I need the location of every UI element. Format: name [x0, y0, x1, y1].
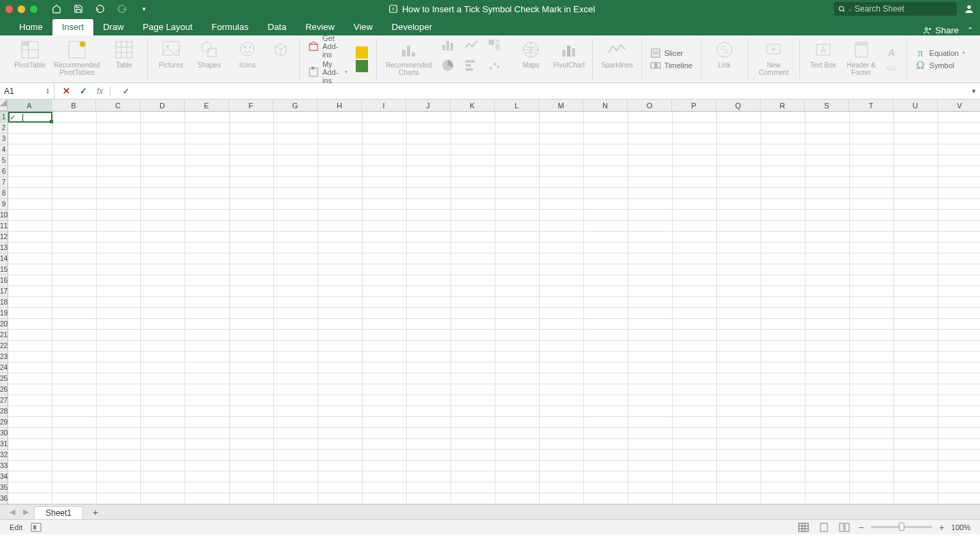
formula-input[interactable]: ✓ [119, 87, 968, 96]
cell[interactable] [52, 264, 97, 275]
cell[interactable] [363, 406, 407, 416]
cell[interactable] [495, 461, 540, 471]
cell[interactable] [938, 482, 980, 493]
cell[interactable] [761, 450, 806, 460]
cell[interactable] [407, 384, 451, 395]
column-header[interactable]: N [583, 99, 628, 111]
cell[interactable] [850, 155, 894, 166]
search-sheet-box[interactable]: ⌵ Search Sheet [834, 2, 957, 16]
column-header[interactable]: R [761, 99, 805, 111]
cell[interactable] [673, 439, 717, 449]
cell[interactable] [185, 352, 230, 362]
cell[interactable] [363, 232, 407, 242]
sparklines-button[interactable]: Sparklines [601, 38, 633, 69]
cell[interactable] [673, 308, 717, 318]
cell[interactable] [318, 243, 363, 253]
column-header[interactable]: H [318, 99, 362, 111]
cell[interactable] [628, 330, 673, 340]
cell[interactable] [806, 123, 850, 133]
cell[interactable] [717, 330, 761, 340]
cell[interactable] [584, 428, 628, 438]
cell[interactable] [673, 232, 717, 242]
cell[interactable] [850, 144, 894, 155]
cell[interactable] [52, 406, 97, 416]
cell[interactable] [318, 177, 363, 187]
cell[interactable] [185, 221, 230, 231]
cell[interactable] [97, 144, 141, 155]
cell[interactable] [141, 177, 185, 187]
cell[interactable] [8, 275, 52, 285]
row-header[interactable]: 16 [0, 275, 8, 286]
cell[interactable] [230, 123, 274, 133]
cell[interactable] [540, 144, 584, 155]
column-header[interactable]: C [96, 99, 140, 111]
cell[interactable] [894, 264, 938, 275]
cell[interactable] [52, 384, 97, 395]
cell[interactable] [938, 450, 980, 460]
cell[interactable] [318, 112, 363, 122]
cell[interactable] [850, 461, 894, 471]
cell[interactable] [185, 450, 230, 460]
row-header[interactable]: 23 [0, 352, 8, 362]
cell[interactable] [717, 275, 761, 285]
cell[interactable] [141, 308, 185, 318]
cell[interactable] [761, 461, 806, 471]
cell[interactable] [451, 395, 495, 405]
my-addins-button[interactable]: My Add-ins ▾ [308, 60, 348, 84]
cell[interactable] [938, 341, 980, 351]
cell[interactable] [363, 177, 407, 187]
cell[interactable] [97, 461, 141, 471]
cell[interactable] [451, 472, 495, 482]
cell[interactable] [806, 308, 850, 318]
cell[interactable] [230, 461, 274, 471]
cell[interactable] [584, 472, 628, 482]
cell[interactable] [97, 319, 141, 329]
cell[interactable] [451, 319, 495, 329]
cell[interactable] [894, 406, 938, 416]
cell[interactable] [850, 428, 894, 438]
cell[interactable] [407, 112, 451, 122]
cell[interactable] [938, 352, 980, 362]
cell[interactable] [938, 384, 980, 395]
cell[interactable] [52, 253, 97, 264]
cell[interactable] [628, 319, 673, 329]
cell[interactable] [141, 155, 185, 166]
cell[interactable] [584, 123, 628, 133]
cell[interactable] [761, 286, 806, 296]
cell[interactable] [230, 177, 274, 187]
column-header[interactable]: J [406, 99, 450, 111]
cell[interactable] [938, 297, 980, 307]
cell[interactable] [363, 417, 407, 427]
cell[interactable] [8, 352, 52, 362]
cell[interactable] [363, 221, 407, 231]
cell[interactable] [363, 112, 407, 122]
cell[interactable] [407, 472, 451, 482]
cell[interactable] [363, 275, 407, 285]
cell[interactable] [850, 439, 894, 449]
cell[interactable] [628, 373, 673, 384]
column-header[interactable]: F [229, 99, 273, 111]
cell[interactable] [673, 395, 717, 405]
cell[interactable] [850, 166, 894, 176]
cell[interactable] [52, 134, 97, 144]
cell[interactable] [938, 319, 980, 329]
expand-formula-bar-icon[interactable]: ▼ [968, 88, 980, 95]
cell[interactable] [761, 384, 806, 395]
cell[interactable] [628, 341, 673, 351]
cell[interactable] [52, 243, 97, 253]
cell[interactable] [584, 341, 628, 351]
cell[interactable] [185, 395, 230, 405]
cell[interactable] [52, 319, 97, 329]
cell[interactable] [540, 482, 584, 493]
cell[interactable] [52, 352, 97, 362]
cell[interactable] [495, 188, 540, 198]
cell[interactable] [274, 308, 318, 318]
cell[interactable] [97, 253, 141, 264]
cell[interactable] [230, 275, 274, 285]
cell[interactable] [97, 166, 141, 176]
cell[interactable] [451, 232, 495, 242]
cell[interactable] [761, 243, 806, 253]
cell[interactable] [761, 188, 806, 198]
cell[interactable] [806, 166, 850, 176]
cell[interactable] [141, 210, 185, 220]
